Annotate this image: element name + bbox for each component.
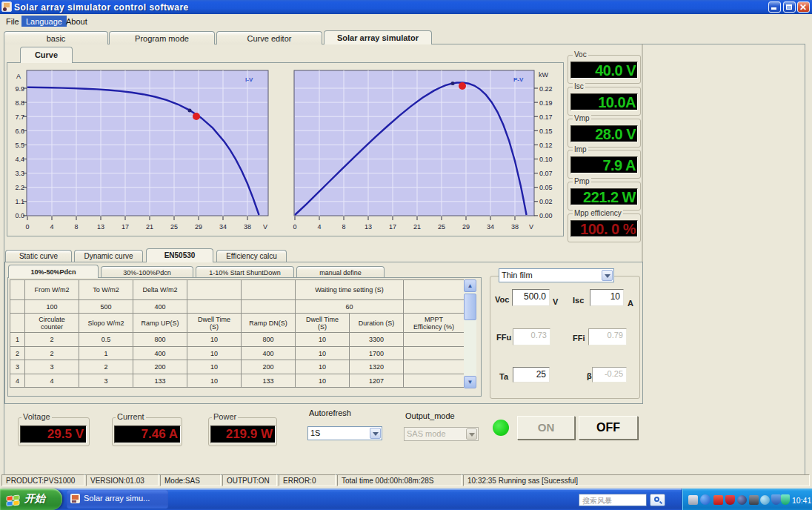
svg-text:38: 38	[244, 223, 251, 231]
svg-text:34: 34	[219, 223, 227, 231]
svg-text:0.00: 0.00	[539, 212, 553, 219]
svg-text:0.10: 0.10	[539, 156, 553, 163]
svg-text:29: 29	[195, 223, 202, 231]
svg-text:8: 8	[74, 223, 78, 231]
svg-text:0.17: 0.17	[539, 113, 553, 121]
svg-text:8.8: 8.8	[15, 99, 24, 107]
svg-text:0.22: 0.22	[539, 85, 553, 93]
svg-text:21: 21	[413, 223, 421, 231]
svg-text:4: 4	[50, 223, 53, 231]
svg-text:0.0: 0.0	[15, 212, 24, 219]
svg-text:0: 0	[293, 223, 296, 231]
svg-text:kW: kW	[539, 71, 549, 79]
svg-text:0.05: 0.05	[539, 184, 553, 191]
svg-text:0.12: 0.12	[539, 142, 553, 149]
svg-text:25: 25	[170, 223, 178, 231]
svg-text:4.4: 4.4	[15, 156, 24, 163]
svg-text:17: 17	[389, 223, 396, 231]
svg-text:9.9: 9.9	[15, 85, 24, 93]
svg-text:I-V: I-V	[245, 76, 253, 83]
svg-text:0.15: 0.15	[539, 128, 553, 135]
svg-text:V: V	[263, 223, 267, 231]
svg-text:21: 21	[146, 223, 153, 231]
svg-text:P-V: P-V	[513, 76, 524, 83]
svg-text:0: 0	[25, 223, 29, 231]
svg-text:7.7: 7.7	[15, 113, 24, 121]
svg-text:38: 38	[511, 223, 519, 231]
svg-text:3.3: 3.3	[15, 170, 24, 177]
svg-text:0.07: 0.07	[539, 170, 553, 177]
svg-text:17: 17	[122, 223, 129, 231]
svg-text:6.6: 6.6	[15, 128, 24, 135]
svg-text:2.2: 2.2	[15, 184, 24, 191]
svg-text:0.19: 0.19	[539, 99, 553, 107]
svg-text:A: A	[16, 73, 21, 80]
svg-text:1.1: 1.1	[15, 198, 24, 205]
svg-text:0.02: 0.02	[539, 198, 553, 205]
svg-text:34: 34	[487, 223, 494, 231]
svg-text:4: 4	[317, 223, 321, 231]
svg-text:5.5: 5.5	[15, 142, 24, 149]
svg-text:29: 29	[462, 223, 470, 231]
svg-text:8: 8	[342, 223, 345, 231]
svg-text:25: 25	[438, 223, 445, 231]
svg-text:13: 13	[97, 223, 104, 231]
svg-text:V: V	[529, 223, 533, 231]
svg-text:13: 13	[365, 223, 372, 231]
